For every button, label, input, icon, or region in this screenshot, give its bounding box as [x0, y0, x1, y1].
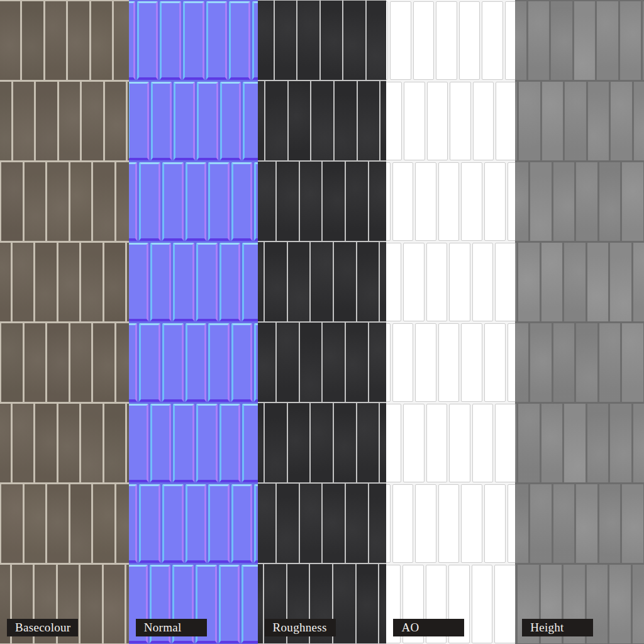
tile-height	[576, 484, 597, 563]
tile-ao	[484, 162, 506, 241]
tile-normal	[150, 404, 172, 482]
tile-roughness	[300, 162, 322, 241]
map-label-basecolour: Basecolour	[7, 619, 78, 636]
tile-ao	[461, 484, 482, 563]
tile-roughness	[333, 564, 355, 643]
tile-height	[530, 484, 552, 563]
tile-basecolour	[91, 1, 113, 80]
tile-roughness	[369, 484, 387, 563]
tile-basecolour	[104, 243, 126, 321]
tile-height	[620, 1, 641, 80]
tile-ao	[496, 82, 515, 160]
tile-normal	[129, 404, 148, 482]
tile-normal	[186, 323, 207, 402]
tile-ao	[449, 243, 470, 321]
tile-height	[609, 565, 631, 643]
tile-height	[553, 323, 575, 402]
tile-ao	[403, 404, 425, 482]
tile-height	[528, 1, 550, 80]
map-label-text: AO	[401, 621, 419, 634]
tile-ao	[386, 323, 390, 402]
tile-basecolour	[0, 82, 11, 160]
tile-ao	[495, 243, 515, 321]
tile-ao	[472, 243, 494, 321]
tile-roughness	[334, 403, 356, 482]
tile-height	[564, 243, 586, 321]
tile-basecolour	[105, 82, 126, 160]
tile-height	[515, 82, 517, 160]
tile-roughness	[380, 242, 386, 321]
tile-height	[633, 243, 644, 321]
tile-normal	[231, 484, 253, 563]
tile-normal	[219, 404, 241, 482]
tile-height	[610, 404, 631, 482]
tile-ao	[508, 323, 516, 402]
tile-normal	[197, 82, 218, 160]
tile-normal	[208, 162, 230, 241]
tile-ao	[438, 323, 460, 402]
tile-height	[599, 484, 621, 563]
tile-normal	[137, 1, 158, 80]
tile-height	[587, 404, 609, 482]
tile-roughness	[357, 403, 379, 482]
tile-basecolour	[0, 243, 11, 321]
tile-roughness	[258, 564, 264, 643]
tile-basecolour	[70, 484, 92, 563]
tile-height	[530, 162, 552, 241]
tile-normal	[150, 243, 172, 321]
tile-roughness	[288, 403, 310, 482]
tile-normal	[252, 1, 258, 80]
tile-height	[633, 404, 644, 482]
tile-normal	[220, 82, 242, 160]
tile-roughness	[258, 242, 264, 321]
tile-ao	[505, 1, 515, 80]
tile-roughness	[258, 1, 274, 80]
tile-basecolour	[47, 323, 69, 402]
tile-basecolour	[80, 565, 102, 643]
tile-basecolour	[1, 162, 23, 241]
tile-ao	[415, 323, 436, 402]
tile-ao	[484, 323, 506, 402]
tile-height	[519, 82, 540, 160]
tile-roughness	[258, 81, 265, 160]
tile-basecolour	[104, 404, 126, 482]
tile-height	[588, 82, 609, 160]
tile-basecolour	[25, 162, 46, 241]
tile-height	[515, 404, 516, 482]
tile-roughness	[335, 81, 357, 160]
tile-normal	[229, 1, 250, 80]
tile-roughness	[288, 242, 310, 321]
tile-roughness	[358, 81, 380, 160]
tile-height	[634, 82, 644, 160]
tile-basecolour	[13, 404, 34, 482]
tile-height	[551, 1, 572, 80]
tile-ao	[427, 82, 448, 160]
tile-normal	[242, 404, 257, 482]
tile-normal	[231, 323, 253, 402]
tile-basecolour	[0, 1, 20, 80]
tile-height	[553, 162, 575, 241]
tile-normal	[162, 484, 184, 563]
tile-ao	[392, 162, 414, 241]
tile-basecolour	[22, 1, 43, 80]
tile-height	[515, 1, 526, 80]
strip-ao	[386, 0, 515, 644]
tile-basecolour	[116, 162, 129, 241]
tile-height	[599, 162, 621, 241]
tile-normal	[129, 243, 148, 321]
texture-preview-sheet: Basecolour Normal Roughness AO Height	[0, 0, 644, 644]
tile-normal	[242, 243, 257, 321]
tile-normal	[129, 1, 135, 80]
tile-normal	[206, 1, 228, 80]
tile-normal	[173, 404, 194, 482]
tile-ao	[386, 484, 390, 563]
tile-normal	[129, 323, 138, 402]
tile-height	[542, 82, 564, 160]
tile-normal	[173, 243, 194, 321]
tile-height	[515, 162, 528, 241]
tile-height	[622, 323, 643, 402]
tile-basecolour	[36, 82, 57, 160]
tile-normal	[129, 162, 138, 241]
tile-ao	[438, 484, 460, 563]
tile-normal	[139, 484, 160, 563]
